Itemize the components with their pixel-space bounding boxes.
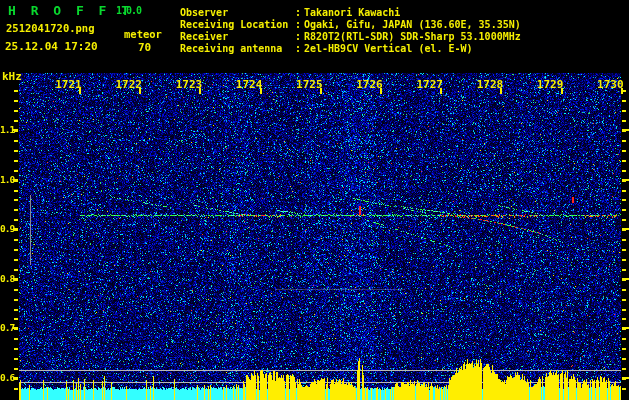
app-version: 1.0.0: [116, 5, 141, 16]
info-value: R820T2(RTL-SDR) SDR-Sharp 53.1000MHz: [304, 31, 521, 43]
info-label: Receiver: [180, 31, 292, 43]
y-axis-label: 0.6: [0, 372, 14, 383]
x-axis-label: 1726: [355, 78, 385, 91]
x-axis-label: 1725: [294, 78, 324, 91]
info-colon: :: [292, 7, 304, 19]
info-row-antenna: Receiving antenna:2el-HB9CV Vertical (el…: [180, 43, 521, 55]
observation-datetime: 25.12.04 17:20: [5, 40, 98, 53]
station-info-panel: Observer:Takanori Kawachi Receiving Loca…: [180, 7, 521, 55]
hrofft-output-image: H R O F F T 1.0.0 2512041720.png meteor …: [0, 0, 629, 400]
info-value: Ogaki, Gifu, JAPAN (136.60E, 35.35N): [304, 19, 521, 31]
app-title: H R O F F T: [8, 3, 133, 18]
y-axis-label: 0.8: [0, 273, 14, 284]
y-axis-label: 0.9: [0, 223, 14, 234]
x-axis-label: 1730: [595, 78, 625, 91]
output-filename: 2512041720.png: [6, 22, 95, 34]
info-label: Receiving antenna: [180, 43, 292, 55]
x-axis-label: 1723: [174, 78, 204, 91]
echo-count: 70: [138, 41, 151, 54]
info-row-receiver: Receiver:R820T2(RTL-SDR) SDR-Sharp 53.10…: [180, 31, 521, 43]
info-colon: :: [292, 19, 304, 31]
info-label: Observer: [180, 7, 292, 19]
x-axis-label: 1729: [535, 78, 565, 91]
y-axis-label: 1.0: [0, 174, 14, 185]
y-axis-label: 1.1: [0, 124, 14, 135]
x-axis-label: 1727: [415, 78, 445, 91]
x-axis-label: 1722: [114, 78, 144, 91]
info-row-location: Receiving Location:Ogaki, Gifu, JAPAN (1…: [180, 19, 521, 31]
y-axis-label: 0.7: [0, 322, 14, 333]
info-label: Receiving Location: [180, 19, 292, 31]
x-axis-label: 1724: [234, 78, 264, 91]
spectrogram-canvas: [0, 0, 629, 400]
y-axis-unit-label: kHz: [2, 70, 22, 83]
info-value: 2el-HB9CV Vertical (el. E-W): [304, 43, 473, 55]
info-colon: :: [292, 31, 304, 43]
x-axis-label: 1728: [475, 78, 505, 91]
info-colon: :: [292, 43, 304, 55]
x-axis-label: 1721: [54, 78, 84, 91]
info-value: Takanori Kawachi: [304, 7, 400, 19]
info-row-observer: Observer:Takanori Kawachi: [180, 7, 521, 19]
mode-label: meteor: [124, 28, 162, 40]
